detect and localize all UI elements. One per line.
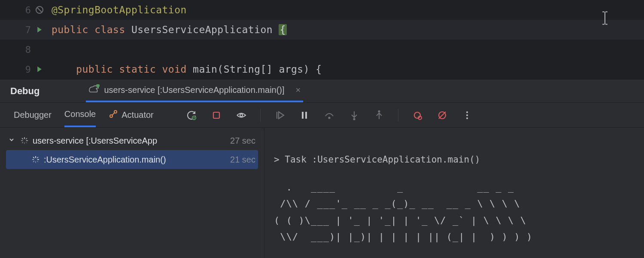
gutter[interactable]: 9 xyxy=(0,64,52,75)
spinner-icon xyxy=(21,137,28,144)
gutter[interactable]: 8 xyxy=(0,44,52,55)
resume-icon[interactable] xyxy=(273,109,286,121)
code-text[interactable]: public static void main(String[] args) { xyxy=(52,64,644,75)
frame-row-root[interactable]: users-service [:UsersServiceApp 27 sec xyxy=(6,131,258,150)
svg-point-18 xyxy=(378,111,380,112)
svg-point-24 xyxy=(466,114,468,116)
frame-label: users-service [:UsersServiceApp xyxy=(33,136,223,146)
run-configuration-label: users-service [:UsersServiceApplication.… xyxy=(104,85,284,95)
code-line[interactable]: 6 @SpringBootApplication xyxy=(0,0,644,20)
svg-rect-13 xyxy=(305,112,307,119)
svg-line-31 xyxy=(26,142,27,143)
separator xyxy=(398,109,398,122)
show-watches-icon[interactable] xyxy=(235,109,247,121)
no-entry-icon[interactable] xyxy=(35,6,44,14)
gutter[interactable]: 6 xyxy=(0,5,52,15)
console-output[interactable]: > Task :UsersServiceApplication.main() .… xyxy=(264,128,644,258)
code-editor[interactable]: 6 @SpringBootApplication 7 public class … xyxy=(0,0,644,79)
step-out-icon[interactable] xyxy=(373,109,385,121)
frame-time: 27 sec xyxy=(230,136,255,146)
gutter[interactable]: 7 xyxy=(0,25,52,35)
svg-marker-3 xyxy=(37,67,42,72)
spring-banner-ascii: . ____ _ __ _ _ /\\ / ___'_ __ _ _(_)_ _… xyxy=(274,179,635,246)
rerun-debug-icon[interactable] xyxy=(185,109,197,121)
chevron-down-icon[interactable] xyxy=(9,137,16,144)
code-line[interactable]: 7 public class UsersServiceApplication { xyxy=(0,20,644,40)
mute-breakpoints-icon[interactable] xyxy=(436,109,448,121)
spinner-icon xyxy=(32,156,39,163)
pause-icon[interactable] xyxy=(298,109,310,121)
code-text[interactable]: @SpringBootApplication xyxy=(52,4,644,15)
separator xyxy=(260,109,261,122)
frame-time: 21 sec xyxy=(230,155,255,165)
step-into-icon[interactable] xyxy=(348,109,360,121)
text-cursor-icon xyxy=(600,11,610,28)
tab-actuator[interactable]: Actuator xyxy=(109,103,153,127)
toolwindow-title: Debug xyxy=(10,86,39,97)
console-task-line: > Task :UsersServiceApplication.main() xyxy=(274,154,480,165)
frame-row-task[interactable]: :UsersServiceApplication.main() 21 sec xyxy=(6,150,258,169)
frames-panel[interactable]: users-service [:UsersServiceApp 27 sec :… xyxy=(0,128,264,258)
code-line[interactable]: 9 public static void main(String[] args)… xyxy=(0,59,644,79)
debug-toolbar: Debugger Console Actuator xyxy=(0,103,644,128)
svg-line-33 xyxy=(26,138,27,139)
run-configuration-tab[interactable]: users-service [:UsersServiceApplication.… xyxy=(86,80,303,102)
svg-point-16 xyxy=(353,118,355,120)
gradle-bug-icon xyxy=(88,84,100,96)
actuator-icon xyxy=(109,109,118,121)
run-icon[interactable] xyxy=(35,25,44,34)
svg-point-25 xyxy=(466,117,468,119)
tab-debugger[interactable]: Debugger xyxy=(14,103,52,127)
toolwindow-header: Debug users-service [:UsersServiceApplic… xyxy=(0,80,644,103)
svg-line-32 xyxy=(22,142,23,143)
line-number: 6 xyxy=(19,5,31,15)
more-icon[interactable] xyxy=(461,109,473,121)
svg-line-39 xyxy=(37,161,38,162)
tab-console[interactable]: Console xyxy=(64,103,96,127)
svg-line-40 xyxy=(33,161,34,162)
svg-line-38 xyxy=(33,157,34,158)
step-over-icon[interactable] xyxy=(323,109,335,121)
debug-toolwindow: Debug users-service [:UsersServiceApplic… xyxy=(0,79,644,258)
view-breakpoints-icon[interactable] xyxy=(411,109,423,121)
svg-point-14 xyxy=(328,117,330,118)
code-text[interactable]: public class UsersServiceApplication { xyxy=(52,24,644,35)
stop-icon[interactable] xyxy=(210,109,222,121)
frame-label: :UsersServiceApplication.main() xyxy=(44,155,223,165)
svg-point-9 xyxy=(240,114,243,117)
close-tab-icon[interactable]: × xyxy=(296,85,301,95)
svg-line-41 xyxy=(37,157,38,158)
run-icon[interactable] xyxy=(35,65,44,74)
svg-line-1 xyxy=(37,8,42,12)
svg-point-4 xyxy=(96,84,100,87)
svg-marker-2 xyxy=(37,27,42,33)
line-number: 9 xyxy=(19,64,31,75)
svg-rect-12 xyxy=(302,112,304,119)
code-line[interactable]: 8 xyxy=(0,40,644,59)
svg-marker-11 xyxy=(279,112,284,119)
svg-rect-8 xyxy=(213,112,219,118)
svg-line-30 xyxy=(22,138,23,139)
line-number: 7 xyxy=(19,25,31,35)
svg-point-19 xyxy=(414,112,420,118)
svg-point-23 xyxy=(466,111,468,113)
line-number: 8 xyxy=(19,44,31,55)
